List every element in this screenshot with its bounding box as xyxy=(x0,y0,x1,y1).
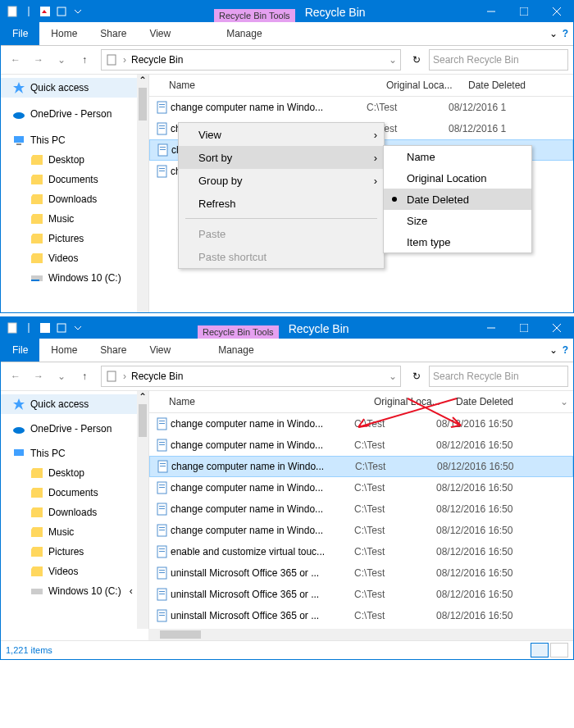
documents[interactable]: Documents xyxy=(1,170,148,189)
address-bar[interactable]: › Recycle Bin ⌄ xyxy=(101,49,401,71)
address-bar[interactable]: › Recycle Bin ⌄ xyxy=(101,366,401,387)
breadcrumb[interactable]: Recycle Bin xyxy=(131,371,183,382)
onedrive[interactable]: OneDrive - Person xyxy=(1,419,148,439)
chevron-down-icon[interactable] xyxy=(71,5,84,18)
back-button[interactable]: ← xyxy=(6,366,25,386)
ctx-view[interactable]: View› xyxy=(179,123,384,146)
tab-home[interactable]: Home xyxy=(39,22,89,45)
help-icon[interactable]: ? xyxy=(563,344,568,356)
col-name[interactable]: Name xyxy=(149,396,374,407)
downloads[interactable]: Downloads xyxy=(1,503,148,522)
close-button[interactable] xyxy=(540,1,573,22)
address-dropdown-icon[interactable]: ⌄ xyxy=(389,371,397,382)
pictures[interactable]: Pictures xyxy=(1,229,148,248)
search-input[interactable]: Search Recycle Bin xyxy=(429,49,568,71)
properties-icon[interactable] xyxy=(39,321,52,334)
tab-share[interactable]: Share xyxy=(89,339,138,362)
maximize-button[interactable] xyxy=(508,317,540,339)
sub-origloc[interactable]: Original Location xyxy=(384,167,531,189)
desktop[interactable]: Desktop xyxy=(1,463,148,483)
c-drive[interactable]: Windows 10 (C:) xyxy=(1,268,148,288)
breadcrumb[interactable]: Recycle Bin xyxy=(131,54,183,66)
ctx-refresh[interactable]: Refresh xyxy=(179,192,384,215)
qat-item-icon[interactable] xyxy=(55,321,68,334)
tab-share[interactable]: Share xyxy=(89,22,138,45)
refresh-button[interactable]: ↻ xyxy=(408,51,426,69)
col-date-deleted[interactable]: Date Deleted xyxy=(468,80,573,91)
address-dropdown-icon[interactable]: ⌄ xyxy=(389,54,397,66)
sub-name[interactable]: Name xyxy=(384,146,531,167)
file-tab[interactable]: File xyxy=(1,22,39,45)
file-tab[interactable]: File xyxy=(1,339,39,362)
titlebar[interactable]: Recycle Bin Tools Recycle Bin xyxy=(1,317,573,339)
col-date-deleted[interactable]: Date Deleted xyxy=(456,396,573,407)
pictures[interactable]: Pictures xyxy=(1,542,148,562)
search-input[interactable]: Search Recycle Bin xyxy=(429,366,568,387)
table-row[interactable]: uninstall Microsoft Office 365 or ...C:\… xyxy=(149,605,573,626)
qat-item-icon[interactable] xyxy=(55,5,68,18)
refresh-button[interactable]: ↻ xyxy=(408,367,426,385)
chevron-down-icon[interactable] xyxy=(71,321,84,334)
sidebar-scrollbar[interactable]: ⌃ xyxy=(137,75,148,312)
close-button[interactable] xyxy=(540,317,573,339)
col-location[interactable]: Original Loca... xyxy=(374,396,456,407)
col-location[interactable]: Original Loca... xyxy=(386,80,468,91)
sub-size[interactable]: Size xyxy=(384,210,531,231)
table-row[interactable]: change computer name in Windo...C:\Test0… xyxy=(149,498,573,520)
list-hscrollbar[interactable] xyxy=(148,629,573,640)
music[interactable]: Music xyxy=(1,209,148,229)
downloads[interactable]: Downloads xyxy=(1,189,148,209)
table-row[interactable]: change computer name in Windo...C:\Test0… xyxy=(149,520,573,541)
minimize-button[interactable] xyxy=(475,1,508,22)
up-button[interactable]: ↑ xyxy=(75,50,94,70)
desktop[interactable]: Desktop xyxy=(1,150,148,170)
collapse-ribbon-icon[interactable]: ⌄ xyxy=(549,28,558,39)
col-chevron-down-icon[interactable]: ⌄ xyxy=(560,396,568,407)
c-drive[interactable]: Windows 10 (C:)‹ xyxy=(1,581,148,601)
videos[interactable]: Videos xyxy=(1,562,148,581)
tool-tab[interactable]: Recycle Bin Tools xyxy=(198,325,279,339)
maximize-button[interactable] xyxy=(508,1,540,22)
onedrive[interactable]: OneDrive - Person xyxy=(1,104,148,124)
properties-icon[interactable] xyxy=(39,5,52,18)
quick-access[interactable]: Quick access xyxy=(1,394,148,414)
chevron-right-icon[interactable]: › xyxy=(123,371,126,382)
this-pc[interactable]: This PC xyxy=(1,444,148,463)
recent-dropdown[interactable]: ⌄ xyxy=(52,366,71,386)
table-row[interactable]: uninstall Microsoft Office 365 or ...C:\… xyxy=(149,562,573,584)
minimize-button[interactable] xyxy=(475,317,508,339)
table-row[interactable]: change computer name in Windo...C:\Test0… xyxy=(149,477,573,498)
collapse-ribbon-icon[interactable]: ⌄ xyxy=(549,344,558,356)
tab-manage[interactable]: Manage xyxy=(207,339,265,362)
tab-view[interactable]: View xyxy=(138,22,182,45)
sub-itemtype[interactable]: Item type xyxy=(384,231,531,253)
recent-dropdown[interactable]: ⌄ xyxy=(52,50,71,70)
table-row[interactable]: enable and customize virtual touc...C:\T… xyxy=(149,541,573,562)
sub-datedel[interactable]: Date Deleted xyxy=(384,189,531,210)
icons-view-button[interactable] xyxy=(550,643,568,657)
tab-home[interactable]: Home xyxy=(39,339,89,362)
table-row[interactable]: change computer name in Windo...C:\Test0… xyxy=(149,435,573,456)
details-view-button[interactable] xyxy=(531,643,549,657)
up-button[interactable]: ↑ xyxy=(75,366,94,386)
titlebar[interactable]: Recycle Bin Tools Recycle Bin xyxy=(1,1,573,22)
table-row[interactable]: change computer name in Windo...C:\Test0… xyxy=(149,97,573,118)
ctx-sortby[interactable]: Sort by› xyxy=(179,146,384,169)
music[interactable]: Music xyxy=(1,522,148,542)
back-button[interactable]: ← xyxy=(6,50,25,70)
tool-tab[interactable]: Recycle Bin Tools xyxy=(214,9,295,22)
videos[interactable]: Videos xyxy=(1,248,148,268)
chevron-right-icon[interactable]: › xyxy=(123,54,126,66)
documents[interactable]: Documents xyxy=(1,483,148,503)
help-icon[interactable]: ? xyxy=(563,28,568,39)
forward-button[interactable]: → xyxy=(29,50,48,70)
forward-button[interactable]: → xyxy=(29,366,48,386)
quick-access[interactable]: Quick access xyxy=(1,78,148,98)
col-name[interactable]: Name xyxy=(149,80,386,91)
tab-view[interactable]: View xyxy=(138,339,182,362)
ctx-groupby[interactable]: Group by› xyxy=(179,169,384,192)
sidebar-scrollbar[interactable]: ⌃ xyxy=(137,391,148,629)
table-row[interactable]: change computer name in Windo...C:\Test0… xyxy=(149,456,573,477)
this-pc[interactable]: This PC xyxy=(1,130,148,150)
tab-manage[interactable]: Manage xyxy=(215,22,273,45)
